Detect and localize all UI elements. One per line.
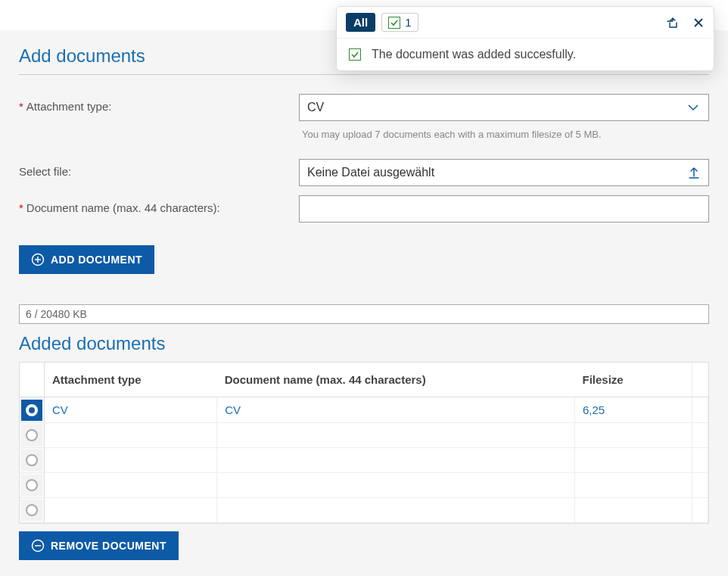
col-attachment-type: Attachment type bbox=[45, 363, 217, 397]
attachment-type-value: CV bbox=[307, 101, 324, 114]
table-row[interactable] bbox=[20, 473, 708, 498]
attachment-type-label: *Attachment type: bbox=[19, 94, 299, 113]
cell-spacer bbox=[692, 498, 708, 523]
cell-document-name bbox=[217, 498, 575, 523]
documents-table: Attachment type Document name (max. 44 c… bbox=[19, 362, 709, 524]
row-select-radio[interactable] bbox=[20, 498, 45, 523]
cell-spacer bbox=[692, 423, 708, 448]
chevron-down-icon bbox=[687, 101, 699, 114]
select-file-value: Keine Datei ausgewählt bbox=[307, 166, 434, 179]
cell-filesize bbox=[575, 448, 692, 473]
notification-filter-success[interactable]: 1 bbox=[381, 13, 418, 32]
cell-spacer bbox=[692, 397, 708, 423]
plus-circle-icon bbox=[31, 253, 45, 266]
cell-attachment-type bbox=[45, 423, 217, 448]
cell-document-name bbox=[217, 473, 575, 498]
table-row[interactable]: CVCV6,25 bbox=[20, 397, 708, 423]
remove-document-button[interactable]: REMOVE DOCUMENT bbox=[19, 531, 179, 560]
remove-document-label: REMOVE DOCUMENT bbox=[51, 540, 166, 552]
col-filesize: Filesize bbox=[575, 363, 692, 397]
cell-document-name: CV bbox=[217, 397, 575, 423]
upload-hint: You may upload 7 documents each with a m… bbox=[299, 129, 709, 140]
select-file-label: Select file: bbox=[19, 159, 299, 178]
upload-icon bbox=[687, 166, 701, 179]
col-spacer bbox=[692, 363, 708, 397]
document-name-input[interactable] bbox=[299, 195, 709, 223]
cell-document-name bbox=[217, 448, 575, 473]
cell-spacer bbox=[692, 473, 708, 498]
cell-attachment-type: CV bbox=[45, 397, 217, 423]
row-select-radio[interactable] bbox=[20, 448, 45, 473]
minus-circle-icon bbox=[31, 539, 45, 553]
cell-filesize bbox=[575, 498, 692, 523]
divider bbox=[19, 74, 709, 75]
notification-filter-all[interactable]: All bbox=[346, 13, 375, 32]
notification-message: The document was added succesfully. bbox=[372, 48, 576, 61]
col-select bbox=[20, 363, 45, 397]
cell-filesize bbox=[575, 473, 692, 498]
check-icon bbox=[388, 17, 400, 29]
add-document-button[interactable]: ADD DOCUMENT bbox=[19, 245, 154, 274]
share-icon[interactable] bbox=[665, 16, 679, 30]
cell-attachment-type bbox=[45, 448, 217, 473]
cell-filesize: 6,25 bbox=[575, 397, 692, 423]
document-name-label: *Document name (max. 44 characters): bbox=[19, 195, 299, 214]
check-icon bbox=[349, 48, 361, 61]
cell-filesize bbox=[575, 423, 692, 448]
cell-spacer bbox=[692, 448, 708, 473]
cell-attachment-type bbox=[45, 473, 217, 498]
table-row[interactable] bbox=[20, 423, 708, 448]
select-file-input[interactable]: Keine Datei ausgewählt bbox=[299, 159, 709, 186]
row-select-radio[interactable] bbox=[20, 423, 45, 448]
row-select-radio[interactable] bbox=[20, 397, 45, 423]
row-select-radio[interactable] bbox=[20, 473, 45, 498]
close-icon[interactable] bbox=[692, 17, 705, 29]
notification-count: 1 bbox=[405, 16, 411, 29]
added-documents-title: Added documents bbox=[19, 333, 709, 354]
table-row[interactable] bbox=[20, 498, 708, 523]
add-document-label: ADD DOCUMENT bbox=[51, 254, 142, 266]
attachment-type-select[interactable]: CV bbox=[299, 94, 709, 121]
notification-popup: All 1 The document was added succesfully… bbox=[336, 6, 714, 71]
cell-document-name bbox=[217, 423, 575, 448]
col-document-name: Document name (max. 44 characters) bbox=[217, 363, 575, 397]
quota-bar: 6 / 20480 KB bbox=[19, 304, 709, 324]
cell-attachment-type bbox=[45, 498, 217, 523]
table-row[interactable] bbox=[20, 448, 708, 473]
